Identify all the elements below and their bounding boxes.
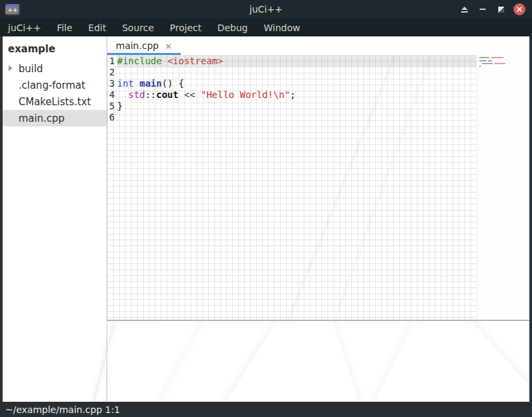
- eject-triangle: [461, 7, 468, 10]
- code-line: 2: [107, 67, 476, 78]
- line-code: std::cout << "Hello World!\n";: [117, 89, 476, 101]
- menu-source[interactable]: Source: [114, 20, 161, 36]
- tabbar: main.cpp ×: [107, 36, 529, 55]
- menu-project[interactable]: Project: [162, 20, 210, 36]
- minimize-icon: [480, 9, 486, 10]
- code-line: 3int main() {: [107, 78, 476, 89]
- menu-debug[interactable]: Debug: [209, 20, 255, 36]
- menubar: juCi++ File Edit Source Project Debug Wi…: [0, 19, 532, 36]
- code-area[interactable]: 1#include <iostream> 2 3int main() { 4 s…: [107, 55, 476, 320]
- minimap-line: [482, 63, 493, 64]
- tree-item-build[interactable]: build: [3, 60, 107, 77]
- menu-edit[interactable]: Edit: [80, 20, 114, 36]
- minimap-line: [479, 57, 489, 58]
- file-tree-sidebar: example build .clang-format CMakeLists.t…: [3, 36, 107, 402]
- titlebar[interactable]: ++ juCi++ ×: [0, 0, 532, 19]
- tree-item-label: .clang-format: [19, 79, 85, 91]
- terminal-panel[interactable]: [107, 321, 529, 402]
- code-line: 4 std::cout << "Hello World!\n";: [107, 89, 476, 101]
- minimap-line: [491, 57, 504, 58]
- menu-juci[interactable]: juCi++: [0, 20, 49, 36]
- project-root-label[interactable]: example: [3, 40, 107, 60]
- line-code: [117, 112, 476, 123]
- app-logo-icon: ++: [5, 4, 20, 15]
- expander-icon[interactable]: [9, 66, 13, 71]
- close-button[interactable]: ×: [513, 3, 525, 15]
- eject-icon[interactable]: [458, 3, 470, 16]
- restore-icon: [498, 7, 504, 13]
- content-area: example build .clang-format CMakeLists.t…: [0, 36, 532, 402]
- restore-button[interactable]: [495, 3, 508, 16]
- tab-main-cpp[interactable]: main.cpp ×: [107, 36, 181, 55]
- editor: 1#include <iostream> 2 3int main() { 4 s…: [107, 55, 529, 320]
- line-number: 3: [107, 78, 117, 89]
- eject-bar: [461, 11, 468, 13]
- window-controls: ×: [458, 3, 532, 16]
- tree-item-label: build: [19, 63, 43, 75]
- menu-window[interactable]: Window: [256, 20, 308, 36]
- tree-item-cmakelists[interactable]: CMakeLists.txt: [3, 93, 107, 110]
- line-number: 5: [107, 101, 117, 112]
- tree-item-label: main.cpp: [19, 113, 65, 124]
- line-number: 1: [107, 56, 117, 67]
- line-code: #include <iostream>: [117, 56, 476, 67]
- tree-item-main-cpp[interactable]: main.cpp: [3, 110, 107, 126]
- window-title: juCi++: [0, 4, 532, 15]
- tree-item-clang-format[interactable]: .clang-format: [3, 77, 107, 93]
- code-line: 1#include <iostream>: [107, 56, 476, 67]
- minimap[interactable]: [476, 55, 529, 320]
- minimap-line: [479, 60, 486, 62]
- line-code: }: [117, 101, 476, 112]
- line-code: int main() {: [117, 78, 476, 89]
- status-file-path: ~/example/main.cpp 1:1: [5, 404, 120, 415]
- window-right-border: [529, 36, 532, 402]
- minimize-button[interactable]: [476, 3, 489, 16]
- minimap-line: [479, 66, 481, 67]
- line-number: 6: [107, 112, 117, 123]
- tab-label: main.cpp: [116, 40, 159, 51]
- editor-column: main.cpp × 1#include <iostream> 2 3int m…: [107, 36, 529, 402]
- tree-item-label: CMakeLists.txt: [19, 96, 91, 108]
- line-number: 2: [107, 67, 117, 78]
- menu-file[interactable]: File: [49, 20, 80, 36]
- tab-close-icon[interactable]: ×: [165, 41, 172, 51]
- minimap-line: [488, 60, 492, 62]
- statusbar: ~/example/main.cpp 1:1: [0, 402, 532, 417]
- line-code: [117, 67, 476, 78]
- minimap-line: [494, 63, 506, 64]
- logo-glyph: ++: [7, 7, 17, 13]
- line-number: 4: [107, 89, 117, 101]
- code-line: 6: [107, 112, 476, 123]
- code-line: 5}: [107, 101, 476, 112]
- app-window: ++ juCi++ × juCi++ File Edit Source Proj…: [0, 0, 532, 417]
